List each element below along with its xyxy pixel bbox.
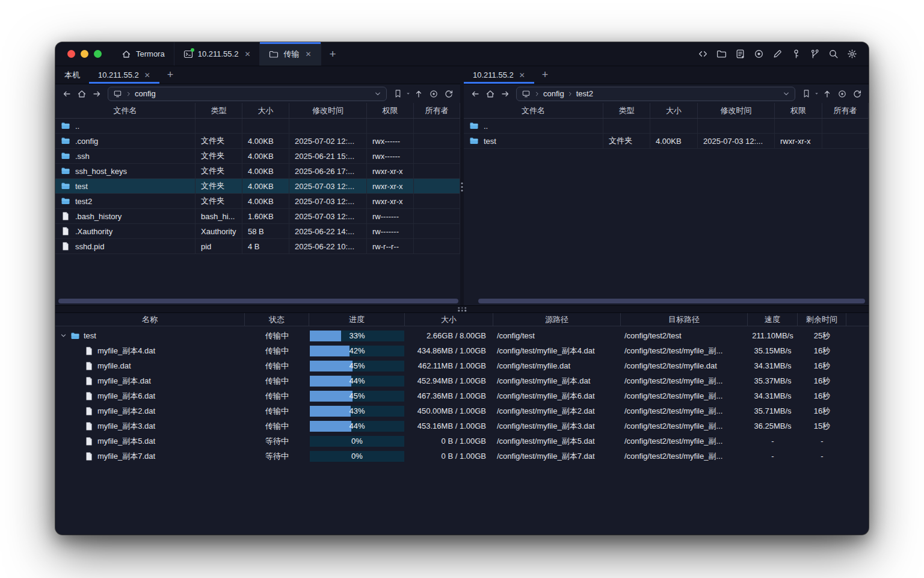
transfer-row[interactable]: myfile.dat 传输中 45% 462.11MB / 1.00GB /co…	[55, 358, 869, 373]
file-row[interactable]: ..	[55, 119, 460, 134]
settings-gear-icon[interactable]	[845, 47, 859, 61]
go-up-icon[interactable]	[820, 87, 834, 101]
column-header[interactable]: 目标路径	[621, 313, 748, 326]
go-up-icon[interactable]	[411, 87, 426, 101]
chevron-down-icon[interactable]	[374, 90, 381, 98]
column-header[interactable]: 文件名	[55, 103, 196, 118]
column-header[interactable]: 名称	[55, 313, 245, 326]
column-header[interactable]: 速度	[748, 313, 798, 326]
column-header[interactable]: 权限	[367, 103, 414, 118]
column-header[interactable]: 文件名	[464, 103, 603, 118]
panel-tab[interactable]: 本机	[55, 66, 89, 84]
file-name: ssh_host_keys	[75, 167, 127, 176]
panel-tab[interactable]: 10.211.55.2 ✕	[89, 66, 159, 84]
main-tab[interactable]: 10.211.55.2 ✕	[174, 42, 260, 66]
main-tab[interactable]: 传输 ✕	[260, 42, 321, 66]
close-window-button[interactable]	[67, 50, 75, 58]
expand-chevron-icon[interactable]	[60, 332, 67, 339]
column-header[interactable]: 权限	[775, 103, 822, 118]
panel-tab[interactable]: 10.211.55.2 ✕	[464, 66, 534, 84]
forward-icon[interactable]	[90, 87, 104, 101]
path-breadcrumb-field[interactable]: config test2	[516, 87, 795, 101]
breadcrumb-segment[interactable]: test2	[567, 89, 593, 98]
file-row[interactable]: test 文件夹 4.00KB 2025-07-03 12:... rwxr-x…	[55, 179, 460, 194]
home-icon[interactable]	[75, 87, 89, 101]
show-hidden-eye-icon[interactable]	[835, 87, 849, 101]
show-hidden-eye-icon[interactable]	[427, 87, 441, 101]
key-icon[interactable]	[789, 47, 803, 61]
column-header[interactable]: 大小	[242, 103, 289, 118]
file-permissions: rw-r--r--	[367, 239, 414, 253]
file-row[interactable]: .Xauthority Xauthority 58 B 2025-06-22 1…	[55, 224, 460, 239]
breadcrumb-segment[interactable]: config	[534, 89, 564, 98]
column-header[interactable]: 大小	[650, 103, 698, 118]
refresh-icon[interactable]	[442, 87, 456, 101]
transfer-row[interactable]: myfile_副本6.dat 传输中 45% 467.36MB / 1.00GB…	[55, 388, 869, 403]
transfer-row[interactable]: test 传输中 33% 2.66GB / 8.00GB /config/tes…	[55, 328, 869, 343]
transfer-row[interactable]: myfile_副本4.dat 传输中 42% 434.86MB / 1.00GB…	[55, 343, 869, 358]
column-header[interactable]: 剩余时间	[798, 313, 846, 326]
keychain-icon[interactable]	[807, 47, 822, 61]
bookmark-button[interactable]	[799, 87, 819, 101]
close-tab-icon[interactable]: ✕	[144, 71, 150, 79]
transfer-splitter[interactable]	[55, 305, 869, 313]
refresh-icon[interactable]	[850, 87, 864, 101]
file-row[interactable]: sshd.pid pid 4 B 2025-06-22 10:... rw-r-…	[55, 239, 460, 254]
back-icon[interactable]	[468, 87, 482, 101]
search-icon[interactable]	[826, 47, 840, 61]
transfer-row[interactable]: myfile_副本2.dat 传输中 43% 450.00MB / 1.00GB…	[55, 403, 869, 418]
minimize-window-button[interactable]	[81, 50, 88, 58]
breadcrumb-segment[interactable]: config	[126, 89, 156, 98]
close-tab-icon[interactable]: ✕	[519, 71, 525, 79]
transfer-row[interactable]: myfile_副本.dat 传输中 44% 452.94MB / 1.00GB …	[55, 373, 869, 388]
file-icon	[61, 226, 70, 236]
folder-icon[interactable]	[714, 47, 728, 61]
file-row[interactable]: ..	[464, 119, 869, 134]
back-icon[interactable]	[60, 87, 74, 101]
column-header[interactable]: 进度	[309, 313, 405, 326]
horizontal-scrollbar[interactable]	[58, 299, 458, 303]
transfer-speed: 35.37MB/s	[748, 376, 798, 385]
close-tab-icon[interactable]: ✕	[305, 50, 311, 58]
progress-label: 44%	[310, 421, 404, 432]
transfer-row[interactable]: myfile_副本3.dat 传输中 44% 453.16MB / 1.00GB…	[55, 418, 869, 434]
chevron-down-icon[interactable]	[783, 90, 790, 98]
column-header[interactable]: 修改时间	[289, 103, 367, 118]
column-header[interactable]: 类型	[603, 103, 650, 118]
column-header[interactable]: 类型	[196, 103, 242, 118]
column-header[interactable]: 所有者	[822, 103, 869, 118]
zoom-window-button[interactable]	[94, 50, 102, 58]
edit-icon[interactable]	[770, 47, 784, 61]
file-row[interactable]: .ssh 文件夹 4.00KB 2025-06-21 15:... rwx---…	[55, 149, 460, 164]
new-panel-tab-button[interactable]: +	[534, 66, 556, 84]
main-tab[interactable]: Termora	[112, 42, 174, 66]
column-header[interactable]: 源路径	[493, 313, 621, 326]
horizontal-scrollbar[interactable]	[478, 299, 865, 303]
file-row[interactable]: ssh_host_keys 文件夹 4.00KB 2025-06-26 17:.…	[55, 164, 460, 179]
new-main-tab-button[interactable]: +	[321, 42, 345, 66]
file-permissions: rwxr-xr-x	[775, 134, 822, 148]
new-panel-tab-button[interactable]: +	[159, 66, 182, 84]
close-tab-icon[interactable]: ✕	[244, 50, 250, 58]
column-header[interactable]: 修改时间	[698, 103, 775, 118]
column-header[interactable]: 所有者	[414, 103, 460, 118]
column-header[interactable]: 状态	[245, 313, 309, 326]
forward-icon[interactable]	[498, 87, 513, 101]
path-breadcrumb-field[interactable]: config	[108, 87, 387, 101]
left-table-header: 文件名类型大小修改时间权限所有者	[55, 103, 460, 119]
code-icon[interactable]	[695, 47, 710, 61]
bookmark-button[interactable]	[390, 87, 411, 101]
file-row[interactable]: test2 文件夹 4.00KB 2025-07-03 12:... rwxr-…	[55, 194, 460, 209]
file-row[interactable]: .bash_history bash_hi... 1.60KB 2025-07-…	[55, 209, 460, 224]
file-row[interactable]: .config 文件夹 4.00KB 2025-07-02 12:... rwx…	[55, 134, 460, 149]
transfer-row[interactable]: myfile_副本5.dat 等待中 0% 0 B / 1.00GB /conf…	[55, 434, 869, 449]
event-log-icon[interactable]	[733, 47, 747, 61]
home-icon[interactable]	[483, 87, 497, 101]
transfer-row[interactable]: myfile_副本7.dat 等待中 0% 0 B / 1.00GB /conf…	[55, 449, 869, 464]
file-row[interactable]: test 文件夹 4.00KB 2025-07-03 12:... rwxr-x…	[464, 134, 869, 149]
transfer-status: 传输中	[245, 361, 309, 371]
transfer-rows: test 传输中 33% 2.66GB / 8.00GB /config/tes…	[55, 326, 869, 464]
transfer-status: 等待中	[245, 436, 309, 447]
column-header[interactable]: 大小	[405, 313, 493, 326]
record-icon[interactable]	[751, 47, 766, 61]
